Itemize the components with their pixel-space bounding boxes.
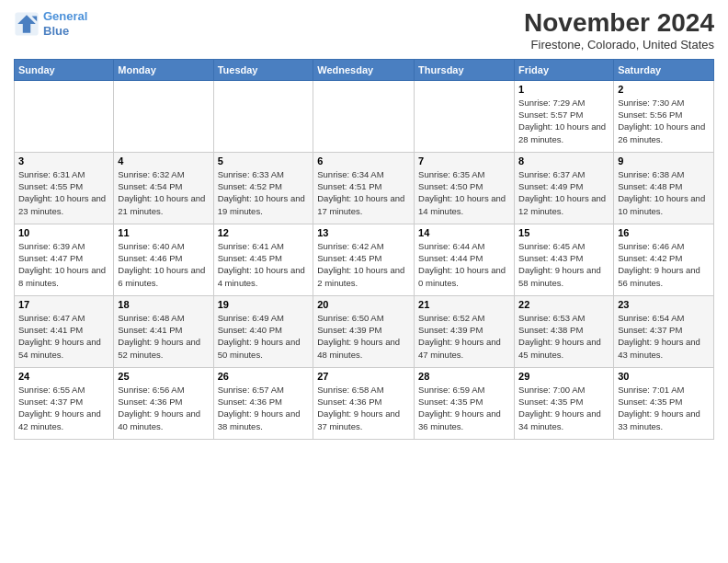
- day-number: 28: [418, 371, 510, 382]
- title-block: November 2024 Firestone, Colorado, Unite…: [524, 9, 714, 52]
- calendar-cell: 22Sunrise: 6:53 AM Sunset: 4:38 PM Dayli…: [515, 295, 614, 367]
- day-number: 8: [518, 155, 609, 167]
- page-container: General Blue November 2024 Firestone, Co…: [0, 0, 728, 449]
- calendar-cell: 30Sunrise: 7:01 AM Sunset: 4:35 PM Dayli…: [614, 367, 714, 439]
- calendar-cell: 21Sunrise: 6:52 AM Sunset: 4:39 PM Dayli…: [415, 295, 515, 367]
- calendar-cell: 19Sunrise: 6:49 AM Sunset: 4:40 PM Dayli…: [213, 295, 313, 367]
- calendar-cell: 16Sunrise: 6:46 AM Sunset: 4:42 PM Dayli…: [614, 224, 714, 295]
- day-number: 23: [618, 299, 710, 310]
- calendar-cell: 14Sunrise: 6:44 AM Sunset: 4:44 PM Dayli…: [415, 224, 515, 295]
- day-number: 1: [518, 84, 609, 95]
- calendar-header-row: Sunday Monday Tuesday Wednesday Thursday…: [15, 59, 714, 80]
- day-info: Sunrise: 6:59 AM Sunset: 4:35 PM Dayligh…: [418, 384, 510, 432]
- logo-text: General Blue: [43, 9, 87, 38]
- calendar-week-3: 10Sunrise: 6:39 AM Sunset: 4:47 PM Dayli…: [15, 224, 714, 295]
- calendar-cell: 17Sunrise: 6:47 AM Sunset: 4:41 PM Dayli…: [15, 295, 114, 367]
- calendar-cell: [213, 80, 313, 152]
- day-number: 4: [118, 155, 209, 167]
- calendar-cell: 20Sunrise: 6:50 AM Sunset: 4:39 PM Dayli…: [313, 295, 415, 367]
- day-number: 16: [618, 227, 710, 238]
- day-info: Sunrise: 6:54 AM Sunset: 4:37 PM Dayligh…: [618, 312, 710, 361]
- calendar-week-5: 24Sunrise: 6:55 AM Sunset: 4:37 PM Dayli…: [15, 367, 714, 439]
- day-info: Sunrise: 7:00 AM Sunset: 4:35 PM Dayligh…: [518, 384, 609, 432]
- calendar-cell: 23Sunrise: 6:54 AM Sunset: 4:37 PM Dayli…: [614, 295, 714, 367]
- calendar-cell: 18Sunrise: 6:48 AM Sunset: 4:41 PM Dayli…: [114, 295, 213, 367]
- col-sunday: Sunday: [15, 59, 114, 80]
- day-number: 12: [218, 227, 310, 238]
- day-info: Sunrise: 6:42 AM Sunset: 4:45 PM Dayligh…: [317, 240, 410, 289]
- col-saturday: Saturday: [614, 59, 714, 80]
- day-number: 30: [618, 371, 710, 382]
- day-number: 9: [618, 155, 710, 167]
- day-info: Sunrise: 7:30 AM Sunset: 5:56 PM Dayligh…: [618, 97, 710, 145]
- day-number: 17: [18, 299, 109, 310]
- day-number: 7: [418, 155, 510, 167]
- day-info: Sunrise: 6:56 AM Sunset: 4:36 PM Dayligh…: [118, 384, 209, 432]
- calendar-cell: 15Sunrise: 6:45 AM Sunset: 4:43 PM Dayli…: [515, 224, 614, 295]
- day-info: Sunrise: 6:32 AM Sunset: 4:54 PM Dayligh…: [118, 168, 209, 217]
- day-number: 10: [18, 227, 109, 238]
- day-number: 24: [18, 371, 109, 382]
- calendar-cell: 13Sunrise: 6:42 AM Sunset: 4:45 PM Dayli…: [313, 224, 415, 295]
- day-info: Sunrise: 6:48 AM Sunset: 4:41 PM Dayligh…: [118, 312, 209, 361]
- col-wednesday: Wednesday: [313, 59, 415, 80]
- calendar-cell: 2Sunrise: 7:30 AM Sunset: 5:56 PM Daylig…: [614, 80, 714, 152]
- calendar-cell: 29Sunrise: 7:00 AM Sunset: 4:35 PM Dayli…: [515, 367, 614, 439]
- calendar-week-1: 1Sunrise: 7:29 AM Sunset: 5:57 PM Daylig…: [15, 80, 714, 152]
- location: Firestone, Colorado, United States: [524, 38, 714, 52]
- calendar-cell: 4Sunrise: 6:32 AM Sunset: 4:54 PM Daylig…: [114, 152, 213, 224]
- day-number: 26: [218, 371, 310, 382]
- day-number: 20: [317, 299, 410, 310]
- calendar-cell: [415, 80, 515, 152]
- day-number: 3: [18, 155, 109, 167]
- day-info: Sunrise: 6:57 AM Sunset: 4:36 PM Dayligh…: [218, 384, 310, 432]
- calendar-week-2: 3Sunrise: 6:31 AM Sunset: 4:55 PM Daylig…: [15, 152, 714, 224]
- day-number: 29: [518, 371, 609, 382]
- col-monday: Monday: [114, 59, 213, 80]
- day-info: Sunrise: 6:31 AM Sunset: 4:55 PM Dayligh…: [18, 168, 109, 217]
- day-info: Sunrise: 7:01 AM Sunset: 4:35 PM Dayligh…: [618, 384, 710, 432]
- calendar-cell: 26Sunrise: 6:57 AM Sunset: 4:36 PM Dayli…: [213, 367, 313, 439]
- calendar-cell: 10Sunrise: 6:39 AM Sunset: 4:47 PM Dayli…: [15, 224, 114, 295]
- calendar-cell: 1Sunrise: 7:29 AM Sunset: 5:57 PM Daylig…: [515, 80, 614, 152]
- col-friday: Friday: [515, 59, 614, 80]
- calendar-cell: 6Sunrise: 6:34 AM Sunset: 4:51 PM Daylig…: [313, 152, 415, 224]
- day-number: 6: [317, 155, 410, 167]
- day-number: 21: [418, 299, 510, 310]
- col-tuesday: Tuesday: [213, 59, 313, 80]
- calendar-cell: 27Sunrise: 6:58 AM Sunset: 4:36 PM Dayli…: [313, 367, 415, 439]
- day-number: 18: [118, 299, 209, 310]
- month-title: November 2024: [524, 9, 714, 38]
- day-info: Sunrise: 6:58 AM Sunset: 4:36 PM Dayligh…: [317, 384, 410, 432]
- day-info: Sunrise: 6:45 AM Sunset: 4:43 PM Dayligh…: [518, 240, 609, 289]
- logo-icon: [14, 11, 40, 37]
- logo-blue: Blue: [43, 24, 69, 38]
- day-info: Sunrise: 6:52 AM Sunset: 4:39 PM Dayligh…: [418, 312, 510, 361]
- day-number: 5: [218, 155, 310, 167]
- calendar-cell: [313, 80, 415, 152]
- calendar-cell: 7Sunrise: 6:35 AM Sunset: 4:50 PM Daylig…: [415, 152, 515, 224]
- day-info: Sunrise: 6:53 AM Sunset: 4:38 PM Dayligh…: [518, 312, 609, 361]
- day-info: Sunrise: 6:50 AM Sunset: 4:39 PM Dayligh…: [317, 312, 410, 361]
- calendar-cell: 8Sunrise: 6:37 AM Sunset: 4:49 PM Daylig…: [515, 152, 614, 224]
- logo-general: General: [43, 9, 87, 23]
- calendar-cell: 25Sunrise: 6:56 AM Sunset: 4:36 PM Dayli…: [114, 367, 213, 439]
- calendar-table: Sunday Monday Tuesday Wednesday Thursday…: [14, 59, 714, 440]
- day-info: Sunrise: 6:41 AM Sunset: 4:45 PM Dayligh…: [218, 240, 310, 289]
- day-info: Sunrise: 6:39 AM Sunset: 4:47 PM Dayligh…: [18, 240, 109, 289]
- day-number: 25: [118, 371, 209, 382]
- day-info: Sunrise: 6:37 AM Sunset: 4:49 PM Dayligh…: [518, 168, 609, 217]
- day-number: 27: [317, 371, 410, 382]
- day-info: Sunrise: 6:46 AM Sunset: 4:42 PM Dayligh…: [618, 240, 710, 289]
- day-number: 13: [317, 227, 410, 238]
- day-info: Sunrise: 6:55 AM Sunset: 4:37 PM Dayligh…: [18, 384, 109, 432]
- day-number: 15: [518, 227, 609, 238]
- calendar-cell: [114, 80, 213, 152]
- day-info: Sunrise: 6:49 AM Sunset: 4:40 PM Dayligh…: [218, 312, 310, 361]
- calendar-cell: 12Sunrise: 6:41 AM Sunset: 4:45 PM Dayli…: [213, 224, 313, 295]
- day-info: Sunrise: 6:34 AM Sunset: 4:51 PM Dayligh…: [317, 168, 410, 217]
- day-number: 19: [218, 299, 310, 310]
- calendar-cell: 11Sunrise: 6:40 AM Sunset: 4:46 PM Dayli…: [114, 224, 213, 295]
- day-number: 2: [618, 84, 710, 95]
- header: General Blue November 2024 Firestone, Co…: [14, 9, 714, 52]
